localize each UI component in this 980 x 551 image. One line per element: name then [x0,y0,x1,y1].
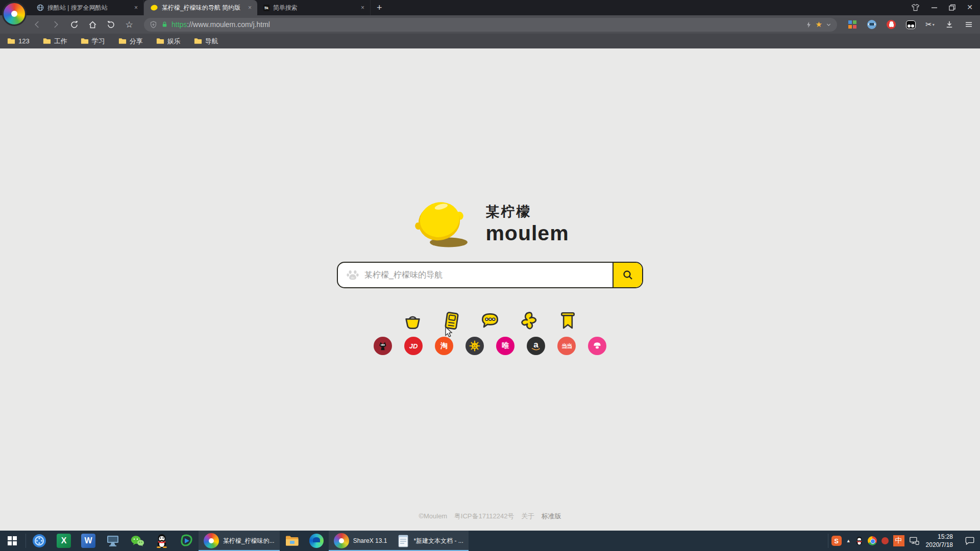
back-icon[interactable] [32,19,43,30]
site-tmall[interactable] [374,337,392,355]
search-button[interactable] [612,262,642,288]
tray-chrome-icon[interactable] [868,536,877,545]
browser-toolbar: ☆ https://www.moulem.com/j.html ★ [0,15,980,34]
browser-logo-pinwheel-icon[interactable] [2,2,27,26]
bookmarked-star-icon[interactable]: ★ [816,20,822,29]
taskbar-word[interactable]: W [76,531,101,551]
new-tab-button[interactable]: + [371,2,388,14]
download-icon[interactable] [943,18,955,31]
tab-simple-search[interactable]: 5k 简单搜索 × [257,0,371,15]
lock-icon [161,20,168,29]
ime-indicator[interactable]: 中 [893,535,904,546]
category-tools-icon[interactable] [518,309,541,332]
close-window-icon[interactable]: ✕ [967,3,973,11]
bookmark-folder-nav[interactable]: 导航 [194,37,218,46]
tray-notification-dot-icon[interactable] [881,537,889,544]
tab-close-icon[interactable]: × [247,4,253,11]
tab-moulem-active[interactable]: 某柠檬_柠檬味的导航 简约版 × [144,0,257,15]
folder-icon [7,38,15,44]
taskbar-tencent-video[interactable] [174,531,199,551]
category-social-icon[interactable] [479,309,502,332]
site-vipshop[interactable]: 唯 [496,337,514,355]
restore-icon[interactable] [949,4,955,11]
tray-hidden-icons-arrow[interactable]: ▲ [846,538,851,543]
taskbar-this-pc[interactable] [101,531,125,551]
page-footer: ©Moulem 粤ICP备17112242号 关于 标准版 [0,512,980,521]
mushroom-icon [591,340,603,352]
window-controls: ✕ [911,0,977,14]
chevron-down-icon[interactable] [825,21,832,28]
tab-close-icon[interactable]: × [133,4,139,11]
site-taobao[interactable]: 淘 [435,337,453,355]
site-amazon[interactable]: a [527,337,545,355]
tab-list: 搜酷站 | 搜罗全网酷站 × 某柠檬_柠檬味的导航 简约版 × 5k 简单搜索 … [31,0,371,15]
lemon-favicon-icon [150,4,158,11]
menu-icon[interactable] [963,18,975,31]
tab-soukuzhan[interactable]: 搜酷站 | 搜罗全网酷站 × [31,0,144,15]
site-label: 唯 [502,341,509,350]
taskbar-video-player[interactable] [27,531,52,551]
sogou-input-icon[interactable]: S [831,536,842,546]
taskbar-edge[interactable] [304,531,329,551]
login-avatar-icon[interactable] [866,18,878,31]
folder-icon [194,38,202,44]
shield-icon[interactable] [149,20,158,29]
site-suning[interactable] [465,337,484,355]
about-link[interactable]: 关于 [521,512,534,520]
page-content: 某柠檬 moulem du [0,48,980,531]
magnifier-icon [622,269,634,281]
site-jd[interactable]: JD [404,337,423,355]
amazon-smile-icon [531,347,541,352]
adblock-panda-icon[interactable] [904,18,917,31]
category-shopping-icon[interactable] [401,309,424,332]
bookmark-folder-123[interactable]: 123 [7,37,30,45]
action-center-icon[interactable] [965,536,975,545]
site-mogujie[interactable] [588,337,606,355]
tmall-cat-icon [376,339,389,353]
bookmark-folder-study[interactable]: 学习 [81,37,105,46]
bookmark-label: 分享 [130,37,143,46]
logo-title-en: moulem [485,221,569,245]
tray-qq-icon[interactable] [855,536,863,545]
search-input[interactable] [364,270,612,280]
site-label: 当当 [561,342,572,350]
home-icon[interactable] [87,19,98,30]
site-dangdang[interactable]: 当当 [557,337,576,355]
lightning-icon[interactable] [805,21,813,29]
icp-text: 粤ICP备17112242号 [454,512,514,520]
taskbar-file-explorer[interactable] [280,531,304,551]
bookmark-folder-work[interactable]: 工作 [43,37,67,46]
taskbar-clock[interactable]: 15:28 2020/7/18 [924,533,953,549]
taskbar-qq[interactable] [150,531,174,551]
network-icon[interactable] [909,536,919,545]
address-bar[interactable]: https://www.moulem.com/j.html ★ [144,18,837,32]
bookmark-star-icon[interactable]: ☆ [124,19,135,30]
bookmark-folder-share[interactable]: 分享 [118,37,143,46]
taskbar-browser-moulem[interactable]: 某柠檬_柠檬味的... [199,531,280,551]
taskbar-wechat[interactable] [125,531,150,551]
tencent-video-icon [179,534,193,548]
forward-icon[interactable] [50,19,61,30]
video-player-icon [32,534,46,548]
screenshot-scissors-icon[interactable]: ✂▾ [924,18,936,31]
minimize-icon[interactable] [931,4,938,11]
tab-close-icon[interactable]: × [359,4,366,11]
start-button[interactable] [0,531,24,551]
taskbar: X W [0,531,980,551]
svg-text:du: du [351,276,354,279]
refresh-icon[interactable] [68,19,80,30]
globe-favicon-icon [37,4,44,11]
theme-skin-icon[interactable] [911,4,920,11]
edge-icon [309,534,324,548]
apps-grid-icon[interactable] [846,18,859,31]
category-row [401,309,579,332]
category-bookmark-icon[interactable] [556,309,579,332]
bookmark-folder-fun[interactable]: 娱乐 [156,37,181,46]
taskbar-notepad[interactable]: *新建文本文档 - ... [392,531,468,551]
taskbar-excel[interactable]: X [52,531,76,551]
undo-restore-icon[interactable] [105,19,116,30]
edition-link[interactable]: 标准版 [542,512,561,520]
taskbar-sharex[interactable]: ShareX 13.1 [329,531,393,551]
redpacket-hand-icon[interactable] [885,18,897,31]
taskbar-app-label: 某柠檬_柠檬味的... [223,537,275,545]
